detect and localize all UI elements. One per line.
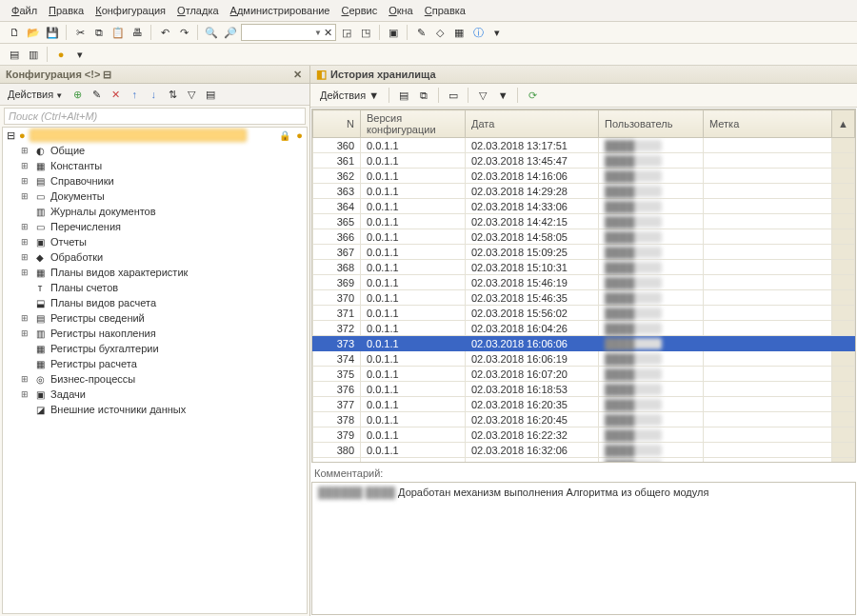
table-row[interactable]: 3810.0.1.102.03.2018 16:34:09████ bbox=[313, 458, 855, 464]
config-icon[interactable]: ▤ bbox=[6, 46, 23, 63]
expand-icon[interactable]: ⊞ bbox=[20, 268, 30, 277]
expand-icon[interactable]: ⊞ bbox=[20, 176, 30, 186]
history-table-wrap[interactable]: NВерсия конфигурацииДатаПользовательМетк… bbox=[311, 109, 856, 463]
tool4-icon[interactable]: ✎ bbox=[412, 24, 429, 41]
edit-icon[interactable]: ✎ bbox=[88, 86, 105, 103]
comment-box[interactable]: ██████ ████ Доработан механизм выполнени… bbox=[311, 482, 856, 615]
table-row[interactable]: 3630.0.1.102.03.2018 14:29:28████ bbox=[313, 184, 855, 199]
tree-item[interactable]: ⊞▤Регистры сведений bbox=[3, 310, 307, 326]
up-icon[interactable]: ↑ bbox=[126, 86, 143, 103]
print-icon[interactable]: 🖶 bbox=[129, 24, 146, 41]
config2-icon[interactable]: ▥ bbox=[25, 46, 42, 63]
find-icon[interactable]: 🔎 bbox=[222, 24, 239, 41]
cut-icon[interactable]: ✂ bbox=[71, 24, 89, 41]
table-row[interactable]: 3680.0.1.102.03.2018 15:10:31████ bbox=[313, 260, 855, 275]
menu-правка[interactable]: Правка bbox=[45, 3, 88, 18]
menu-конфигурация[interactable]: Конфигурация bbox=[91, 3, 169, 18]
expand-icon[interactable]: ⊞ bbox=[20, 222, 30, 231]
table-row[interactable]: 3660.0.1.102.03.2018 14:58:05████ bbox=[313, 229, 855, 245]
table-row[interactable]: 3720.0.1.102.03.2018 16:04:26████ bbox=[313, 321, 855, 336]
redo-icon[interactable]: ↷ bbox=[175, 24, 192, 41]
dropdown-icon[interactable]: ▾ bbox=[488, 24, 506, 41]
tool3-icon[interactable]: ▣ bbox=[385, 24, 402, 41]
tree-item[interactable]: ⊞▥Журналы документов bbox=[3, 204, 307, 219]
table-row[interactable]: 3620.0.1.102.03.2018 14:16:06████ bbox=[313, 169, 855, 184]
table-row[interactable]: 3760.0.1.102.03.2018 16:18:53████ bbox=[313, 382, 855, 397]
tool6-icon[interactable]: ▦ bbox=[450, 24, 468, 41]
expand-icon[interactable]: ⊞ bbox=[20, 161, 30, 170]
menu-отладка[interactable]: Отладка bbox=[173, 3, 223, 18]
expand-icon[interactable]: ⊞ bbox=[20, 374, 30, 384]
table-row[interactable]: 3740.0.1.102.03.2018 16:06:19████ bbox=[313, 351, 855, 367]
menu-файл[interactable]: Файл bbox=[8, 3, 41, 18]
tree-item[interactable]: ⊞▭Документы bbox=[3, 189, 307, 204]
col-header[interactable]: Дата bbox=[466, 110, 599, 138]
expand-icon[interactable]: ⊞ bbox=[20, 313, 30, 323]
tool2-icon[interactable]: ◳ bbox=[357, 24, 374, 41]
close-icon[interactable]: ✕ bbox=[290, 68, 304, 81]
undo-icon[interactable]: ↶ bbox=[156, 24, 173, 41]
tree-search-input[interactable]: Поиск (Ctrl+Alt+M) bbox=[4, 108, 306, 125]
dropdown2-icon[interactable]: ▾ bbox=[71, 46, 89, 63]
menu-справка[interactable]: Справка bbox=[421, 3, 469, 18]
table-row[interactable]: 3710.0.1.102.03.2018 15:56:02████ bbox=[313, 306, 855, 321]
tree-item[interactable]: ⊞▦Регистры расчета bbox=[3, 356, 307, 371]
table-row[interactable]: 3640.0.1.102.03.2018 14:33:06████ bbox=[313, 199, 855, 214]
filter3-icon[interactable]: ▼ bbox=[494, 87, 511, 104]
menu-сервис[interactable]: Сервис bbox=[337, 3, 381, 18]
config-tree[interactable]: ⊟ ● ████████████████████████████ 🔒 ● ⊞◐О… bbox=[2, 127, 308, 614]
tree-item[interactable]: ⊞▣Задачи bbox=[3, 387, 307, 402]
tree-item[interactable]: ⊞◪Внешние источники данных bbox=[3, 402, 307, 417]
table-row[interactable]: 3650.0.1.102.03.2018 14:42:15████ bbox=[313, 214, 855, 229]
col-header[interactable]: Метка bbox=[704, 110, 832, 138]
open-icon[interactable]: 📂 bbox=[25, 24, 42, 41]
tree-item[interactable]: ⊞тПланы счетов bbox=[3, 280, 307, 295]
table-row[interactable]: 3670.0.1.102.03.2018 15:09:25████ bbox=[313, 245, 855, 260]
expand-icon[interactable]: ⊟ bbox=[7, 129, 15, 142]
pin-icon[interactable]: ⊟ bbox=[100, 68, 113, 81]
new-icon[interactable]: 🗋 bbox=[6, 24, 23, 41]
expand-icon[interactable]: ⊞ bbox=[20, 146, 30, 155]
expand-icon[interactable]: ⊞ bbox=[20, 328, 30, 338]
table-row[interactable]: 3770.0.1.102.03.2018 16:20:35████ bbox=[313, 397, 855, 412]
run-icon[interactable]: ● bbox=[52, 46, 70, 63]
tree-item[interactable]: ⊞▭Перечисления bbox=[3, 219, 307, 234]
col-header[interactable]: Пользователь bbox=[599, 110, 704, 138]
expand-icon[interactable]: ⊞ bbox=[20, 252, 30, 262]
tree-item[interactable]: ⊞▦Планы видов характеристик bbox=[3, 265, 307, 280]
table-row[interactable]: 3790.0.1.102.03.2018 16:22:32████ bbox=[313, 427, 855, 443]
paste-icon[interactable]: 📋 bbox=[110, 24, 127, 41]
table-row[interactable]: 3750.0.1.102.03.2018 16:07:20████ bbox=[313, 367, 855, 382]
table-row[interactable]: 3610.0.1.102.03.2018 13:45:47████ bbox=[313, 153, 855, 169]
table-row[interactable]: 3600.0.1.102.03.2018 13:17:51████ bbox=[313, 138, 855, 153]
tool5-icon[interactable]: ◇ bbox=[431, 24, 448, 41]
filter2-icon[interactable]: ▽ bbox=[474, 87, 491, 104]
delete-icon[interactable]: ✕ bbox=[107, 86, 124, 103]
expand-icon[interactable]: ⊞ bbox=[20, 389, 30, 399]
col-header[interactable]: Версия конфигурации bbox=[361, 110, 466, 138]
props-icon[interactable]: ▤ bbox=[202, 86, 219, 103]
tree-item[interactable]: ⊞▥Регистры накопления bbox=[3, 326, 307, 341]
expand-icon[interactable]: ⊞ bbox=[20, 237, 30, 247]
down-icon[interactable]: ↓ bbox=[145, 86, 162, 103]
tree-item[interactable]: ⊞⬓Планы видов расчета bbox=[3, 295, 307, 310]
table-row[interactable]: 3730.0.1.102.03.2018 16:06:06████ bbox=[313, 336, 855, 351]
label-icon[interactable]: ▭ bbox=[445, 87, 462, 104]
tool1-icon[interactable]: ◲ bbox=[338, 24, 355, 41]
table-row[interactable]: 3780.0.1.102.03.2018 16:20:45████ bbox=[313, 412, 855, 427]
filter-icon[interactable]: ▽ bbox=[183, 86, 200, 103]
save-icon[interactable]: 💾 bbox=[44, 24, 61, 41]
tree-item[interactable]: ⊞◐Общие bbox=[3, 143, 307, 158]
tree-item[interactable]: ⊞▤Справочники bbox=[3, 173, 307, 189]
sort-icon[interactable]: ⇅ bbox=[164, 86, 181, 103]
table-row[interactable]: 3690.0.1.102.03.2018 15:46:19████ bbox=[313, 275, 855, 290]
search-icon[interactable]: 🔍 bbox=[203, 24, 220, 41]
actions-menu[interactable]: Действия▼ bbox=[4, 88, 67, 101]
get-icon[interactable]: ▤ bbox=[395, 87, 412, 104]
table-row[interactable]: 3800.0.1.102.03.2018 16:32:06████ bbox=[313, 443, 855, 458]
refresh-icon[interactable]: ⟳ bbox=[524, 87, 541, 104]
help-icon[interactable]: ⓘ bbox=[469, 24, 487, 41]
tree-item[interactable]: ⊞▣Отчеты bbox=[3, 234, 307, 249]
table-row[interactable]: 3700.0.1.102.03.2018 15:46:35████ bbox=[313, 290, 855, 306]
tree-item[interactable]: ⊞◎Бизнес-процессы bbox=[3, 371, 307, 387]
